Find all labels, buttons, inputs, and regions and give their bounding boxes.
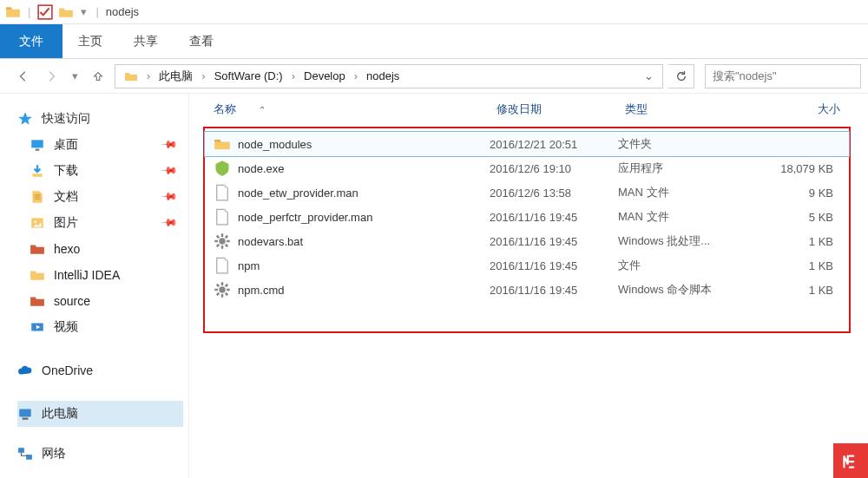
svg-point-12 <box>219 286 226 293</box>
file-date: 2016/12/6 19:10 <box>490 162 618 175</box>
breadcrumb-item[interactable]: nodejs <box>361 65 404 88</box>
column-headers: 名称 ⌃ 修改日期 类型 大小 <box>198 94 868 125</box>
file-name: node_modules <box>238 138 312 151</box>
svg-rect-7 <box>19 409 31 416</box>
breadcrumb-item[interactable]: Develop <box>299 65 351 88</box>
pin-icon: 📌 <box>161 161 179 180</box>
file-row[interactable]: node_perfctr_provider.man2016/11/16 19:4… <box>205 205 849 229</box>
chevron-right-icon[interactable]: › <box>200 69 207 82</box>
sidebar-item[interactable]: IntelliJ IDEA <box>17 262 183 288</box>
address-bar[interactable]: › 此电脑 › SoftWare (D:) › Develop › nodejs… <box>115 64 663 88</box>
column-header-type[interactable]: 类型 <box>625 101 753 117</box>
folder-red-icon <box>30 241 45 257</box>
svg-rect-3 <box>32 174 42 176</box>
folder-yellow-icon <box>30 267 45 283</box>
file-row[interactable]: node_etw_provider.man2016/12/6 13:58MAN … <box>205 180 849 205</box>
nav-back-button[interactable] <box>12 65 35 88</box>
window-title: nodejs <box>106 5 139 18</box>
file-type: 文件夹 <box>618 136 746 152</box>
sidebar-label: 网络 <box>42 446 66 462</box>
sidebar-item[interactable]: 下载📌 <box>17 158 183 184</box>
checkbox-icon[interactable] <box>37 4 53 20</box>
file-row[interactable]: npm2016/11/16 19:45文件1 KB <box>205 253 849 278</box>
address-dropdown-icon[interactable]: ⌄ <box>639 69 659 82</box>
chevron-right-icon[interactable]: › <box>290 69 297 82</box>
folder-small-icon[interactable] <box>58 4 74 20</box>
pin-icon: 📌 <box>161 135 179 154</box>
file-icon <box>214 257 231 274</box>
sidebar-item-label: 下载 <box>54 163 78 179</box>
file-row[interactable]: npm.cmd2016/11/16 19:45Windows 命令脚本1 KB <box>205 278 849 302</box>
sidebar-this-pc[interactable]: 此电脑 <box>17 401 183 427</box>
file-list: 名称 ⌃ 修改日期 类型 大小 node_modules2016/12/21 2… <box>189 94 868 478</box>
sidebar-item-label: source <box>54 294 90 308</box>
search-placeholder: 搜索"nodejs" <box>713 69 777 84</box>
ribbon: 文件 主页 共享 查看 <box>0 24 868 59</box>
breadcrumb-item[interactable]: 此电脑 <box>154 65 198 88</box>
breadcrumb-item[interactable]: SoftWare (D:) <box>209 65 288 88</box>
sidebar-label: 此电脑 <box>42 406 78 422</box>
nav-forward-button[interactable] <box>40 65 62 88</box>
tab-view[interactable]: 查看 <box>174 24 229 58</box>
folder-icon <box>5 4 21 20</box>
network-icon <box>17 446 33 462</box>
tab-file[interactable]: 文件 <box>0 24 62 58</box>
chevron-right-icon[interactable]: › <box>145 69 152 82</box>
file-name: node_perfctr_provider.man <box>238 211 372 224</box>
svg-point-5 <box>34 220 36 223</box>
pin-icon: 📌 <box>161 187 179 206</box>
file-row[interactable]: nodevars.bat2016/11/16 19:45Windows 批处理.… <box>205 229 849 253</box>
file-name: npm.cmd <box>238 284 284 297</box>
nav-recent-button[interactable]: ▾ <box>68 65 82 88</box>
file-size: 9 KB <box>746 187 833 200</box>
file-type: Windows 命令脚本 <box>618 282 746 298</box>
gear-icon <box>214 232 231 250</box>
refresh-button[interactable] <box>668 64 694 88</box>
column-header-name[interactable]: 名称 ⌃ <box>214 101 496 117</box>
tab-share[interactable]: 共享 <box>118 24 174 58</box>
file-row[interactable]: node.exe2016/12/6 19:10应用程序18,079 KB <box>205 156 849 180</box>
sidebar-item[interactable]: 文档📌 <box>17 184 183 210</box>
sidebar-item[interactable]: hexo <box>17 236 183 262</box>
download-icon <box>30 163 45 179</box>
document-icon <box>30 189 45 205</box>
sidebar-label: 快速访问 <box>42 111 90 127</box>
file-size: 18,079 KB <box>746 162 833 175</box>
column-header-date[interactable]: 修改日期 <box>496 101 625 117</box>
svg-rect-8 <box>23 418 29 420</box>
sidebar-item-label: IntelliJ IDEA <box>54 268 120 282</box>
video-icon <box>30 319 45 335</box>
column-header-size[interactable]: 大小 <box>753 101 840 117</box>
sidebar-item[interactable]: source <box>17 288 183 314</box>
sidebar-item[interactable]: 视频 <box>17 314 183 340</box>
desktop-icon <box>30 137 45 153</box>
file-icon <box>214 208 231 226</box>
cloud-icon <box>17 363 33 378</box>
svg-rect-2 <box>36 149 40 151</box>
tab-home[interactable]: 主页 <box>62 24 118 58</box>
sidebar-item[interactable]: 图片📌 <box>17 210 183 236</box>
sidebar-item[interactable]: 桌面📌 <box>17 132 183 158</box>
file-date: 2016/12/6 13:58 <box>490 187 618 200</box>
chevron-down-icon[interactable]: ▾ <box>79 5 89 18</box>
chevron-right-icon[interactable]: › <box>352 69 359 82</box>
highlight-box: node_modules2016/12/21 20:51文件夹node.exe2… <box>203 127 851 333</box>
sidebar-quick-access[interactable]: 快速访问 <box>17 106 183 132</box>
file-row[interactable]: node_modules2016/12/21 20:51文件夹 <box>205 132 849 156</box>
navigation-pane: 快速访问 桌面📌下载📌文档📌图片📌hexoIntelliJ IDEAsource… <box>0 94 189 478</box>
file-size: 1 KB <box>746 235 833 248</box>
computer-icon <box>17 406 33 422</box>
file-type: MAN 文件 <box>618 185 746 200</box>
file-icon <box>214 184 231 201</box>
pin-icon: 📌 <box>161 213 179 232</box>
file-date: 2016/11/16 19:45 <box>490 211 618 224</box>
sidebar-network[interactable]: 网络 <box>17 441 183 467</box>
sidebar-onedrive[interactable]: OneDrive <box>17 357 183 383</box>
search-input[interactable]: 搜索"nodejs" <box>705 64 861 88</box>
file-type: Windows 批处理... <box>618 233 746 249</box>
sidebar-item-label: 视频 <box>54 319 78 335</box>
file-date: 2016/11/16 19:45 <box>490 259 618 272</box>
nav-up-button[interactable] <box>87 65 109 88</box>
breadcrumb-root-icon[interactable] <box>119 65 143 88</box>
file-size: 5 KB <box>746 211 833 224</box>
